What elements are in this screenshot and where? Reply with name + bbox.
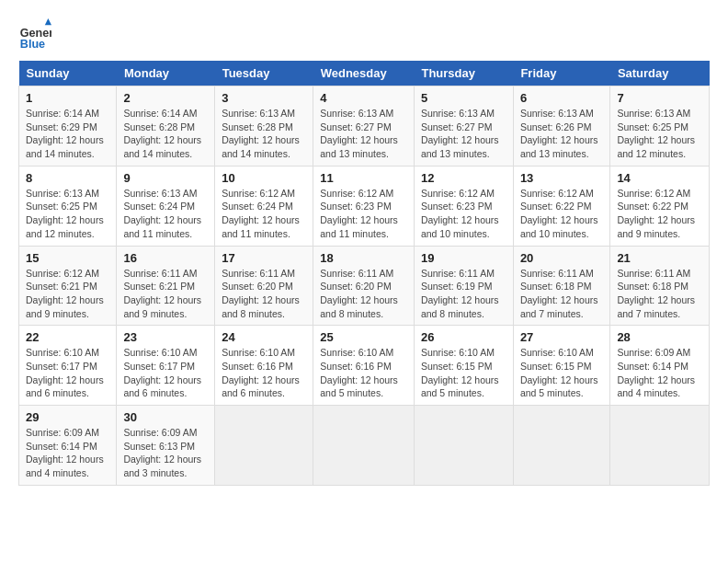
day-info: Sunrise: 6:11 AMSunset: 6:18 PMDaylight:… [520, 268, 598, 319]
day-number: 14 [617, 171, 702, 185]
column-header-thursday: Thursday [414, 61, 513, 86]
day-number: 2 [123, 91, 208, 105]
column-header-monday: Monday [117, 61, 215, 86]
day-info: Sunrise: 6:13 AMSunset: 6:27 PMDaylight:… [320, 108, 398, 159]
calendar-cell: 22 Sunrise: 6:10 AMSunset: 6:17 PMDaylig… [19, 326, 117, 406]
day-number: 23 [123, 330, 208, 344]
day-info: Sunrise: 6:10 AMSunset: 6:17 PMDaylight:… [26, 347, 104, 398]
day-info: Sunrise: 6:13 AMSunset: 6:25 PMDaylight:… [26, 188, 104, 239]
calendar-cell: 29 Sunrise: 6:09 AMSunset: 6:14 PMDaylig… [19, 406, 117, 486]
day-number: 19 [421, 251, 506, 265]
calendar-cell: 9 Sunrise: 6:13 AMSunset: 6:24 PMDayligh… [117, 166, 215, 246]
calendar-cell: 20 Sunrise: 6:11 AMSunset: 6:18 PMDaylig… [513, 246, 610, 326]
day-info: Sunrise: 6:12 AMSunset: 6:22 PMDaylight:… [617, 188, 695, 239]
calendar-cell: 4 Sunrise: 6:13 AMSunset: 6:27 PMDayligh… [313, 86, 415, 167]
calendar-cell: 30 Sunrise: 6:09 AMSunset: 6:13 PMDaylig… [117, 406, 215, 486]
calendar-cell: 27 Sunrise: 6:10 AMSunset: 6:15 PMDaylig… [513, 326, 610, 406]
calendar-week-row: 29 Sunrise: 6:09 AMSunset: 6:14 PMDaylig… [19, 406, 710, 486]
day-info: Sunrise: 6:10 AMSunset: 6:15 PMDaylight:… [520, 347, 598, 398]
calendar-cell [215, 406, 313, 486]
calendar-cell: 26 Sunrise: 6:10 AMSunset: 6:15 PMDaylig… [414, 326, 513, 406]
calendar-cell: 15 Sunrise: 6:12 AMSunset: 6:21 PMDaylig… [19, 246, 117, 326]
calendar-cell: 2 Sunrise: 6:14 AMSunset: 6:28 PMDayligh… [117, 86, 215, 167]
calendar-cell: 8 Sunrise: 6:13 AMSunset: 6:25 PMDayligh… [19, 166, 117, 246]
day-number: 8 [26, 171, 109, 185]
day-info: Sunrise: 6:14 AMSunset: 6:29 PMDaylight:… [26, 108, 104, 159]
column-header-saturday: Saturday [610, 61, 710, 86]
calendar-week-row: 15 Sunrise: 6:12 AMSunset: 6:21 PMDaylig… [19, 246, 710, 326]
day-info: Sunrise: 6:10 AMSunset: 6:16 PMDaylight:… [222, 347, 300, 398]
day-info: Sunrise: 6:09 AMSunset: 6:14 PMDaylight:… [26, 427, 104, 478]
svg-text:Blue: Blue [20, 38, 45, 51]
calendar-cell: 18 Sunrise: 6:11 AMSunset: 6:20 PMDaylig… [313, 246, 415, 326]
calendar-week-row: 8 Sunrise: 6:13 AMSunset: 6:25 PMDayligh… [19, 166, 710, 246]
day-number: 20 [520, 251, 604, 265]
calendar-cell: 12 Sunrise: 6:12 AMSunset: 6:23 PMDaylig… [414, 166, 513, 246]
calendar-cell: 23 Sunrise: 6:10 AMSunset: 6:17 PMDaylig… [117, 326, 215, 406]
day-number: 3 [222, 91, 306, 105]
day-number: 26 [421, 330, 506, 344]
day-info: Sunrise: 6:09 AMSunset: 6:14 PMDaylight:… [617, 347, 695, 398]
day-number: 12 [421, 171, 506, 185]
day-info: Sunrise: 6:11 AMSunset: 6:19 PMDaylight:… [421, 268, 499, 319]
calendar-cell: 16 Sunrise: 6:11 AMSunset: 6:21 PMDaylig… [117, 246, 215, 326]
day-number: 13 [520, 171, 604, 185]
day-number: 30 [123, 410, 208, 424]
day-number: 22 [26, 330, 109, 344]
calendar-cell: 24 Sunrise: 6:10 AMSunset: 6:16 PMDaylig… [215, 326, 313, 406]
day-number: 6 [520, 91, 604, 105]
calendar-cell [414, 406, 513, 486]
day-number: 28 [617, 330, 702, 344]
column-header-wednesday: Wednesday [313, 61, 415, 86]
day-number: 17 [222, 251, 306, 265]
calendar-cell: 21 Sunrise: 6:11 AMSunset: 6:18 PMDaylig… [610, 246, 710, 326]
calendar-cell: 17 Sunrise: 6:11 AMSunset: 6:20 PMDaylig… [215, 246, 313, 326]
calendar-table: SundayMondayTuesdayWednesdayThursdayFrid… [18, 61, 710, 486]
day-number: 27 [520, 330, 604, 344]
day-number: 5 [421, 91, 506, 105]
calendar-cell: 5 Sunrise: 6:13 AMSunset: 6:27 PMDayligh… [414, 86, 513, 167]
calendar-cell: 13 Sunrise: 6:12 AMSunset: 6:22 PMDaylig… [513, 166, 610, 246]
day-info: Sunrise: 6:13 AMSunset: 6:25 PMDaylight:… [617, 108, 695, 159]
calendar-cell: 25 Sunrise: 6:10 AMSunset: 6:16 PMDaylig… [313, 326, 415, 406]
day-number: 18 [320, 251, 407, 265]
day-number: 25 [320, 330, 407, 344]
day-info: Sunrise: 6:11 AMSunset: 6:20 PMDaylight:… [222, 268, 300, 319]
page-header: General Blue [18, 18, 710, 52]
day-info: Sunrise: 6:14 AMSunset: 6:28 PMDaylight:… [123, 108, 201, 159]
day-number: 7 [617, 91, 702, 105]
calendar-week-row: 1 Sunrise: 6:14 AMSunset: 6:29 PMDayligh… [19, 86, 710, 167]
logo: General Blue [18, 18, 55, 52]
day-info: Sunrise: 6:10 AMSunset: 6:15 PMDaylight:… [421, 347, 499, 398]
day-number: 11 [320, 171, 407, 185]
day-info: Sunrise: 6:12 AMSunset: 6:24 PMDaylight:… [222, 188, 300, 239]
calendar-cell [610, 406, 710, 486]
calendar-cell: 28 Sunrise: 6:09 AMSunset: 6:14 PMDaylig… [610, 326, 710, 406]
day-info: Sunrise: 6:11 AMSunset: 6:21 PMDaylight:… [123, 268, 201, 319]
calendar-cell: 11 Sunrise: 6:12 AMSunset: 6:23 PMDaylig… [313, 166, 415, 246]
column-header-friday: Friday [513, 61, 610, 86]
day-info: Sunrise: 6:13 AMSunset: 6:27 PMDaylight:… [421, 108, 499, 159]
calendar-week-row: 22 Sunrise: 6:10 AMSunset: 6:17 PMDaylig… [19, 326, 710, 406]
day-number: 10 [222, 171, 306, 185]
day-number: 21 [617, 251, 702, 265]
calendar-cell: 3 Sunrise: 6:13 AMSunset: 6:28 PMDayligh… [215, 86, 313, 167]
day-info: Sunrise: 6:11 AMSunset: 6:20 PMDaylight:… [320, 268, 398, 319]
day-number: 24 [222, 330, 306, 344]
day-info: Sunrise: 6:12 AMSunset: 6:23 PMDaylight:… [320, 188, 398, 239]
day-info: Sunrise: 6:09 AMSunset: 6:13 PMDaylight:… [123, 427, 201, 478]
calendar-cell: 19 Sunrise: 6:11 AMSunset: 6:19 PMDaylig… [414, 246, 513, 326]
day-info: Sunrise: 6:12 AMSunset: 6:21 PMDaylight:… [26, 268, 104, 319]
svg-marker-2 [45, 18, 51, 25]
day-number: 1 [26, 91, 109, 105]
day-info: Sunrise: 6:13 AMSunset: 6:28 PMDaylight:… [222, 108, 300, 159]
day-info: Sunrise: 6:10 AMSunset: 6:16 PMDaylight:… [320, 347, 398, 398]
calendar-header-row: SundayMondayTuesdayWednesdayThursdayFrid… [19, 61, 710, 86]
day-number: 15 [26, 251, 109, 265]
day-info: Sunrise: 6:13 AMSunset: 6:26 PMDaylight:… [520, 108, 598, 159]
day-info: Sunrise: 6:10 AMSunset: 6:17 PMDaylight:… [123, 347, 201, 398]
calendar-cell: 1 Sunrise: 6:14 AMSunset: 6:29 PMDayligh… [19, 86, 117, 167]
calendar-cell [313, 406, 415, 486]
day-info: Sunrise: 6:11 AMSunset: 6:18 PMDaylight:… [617, 268, 695, 319]
calendar-cell [513, 406, 610, 486]
